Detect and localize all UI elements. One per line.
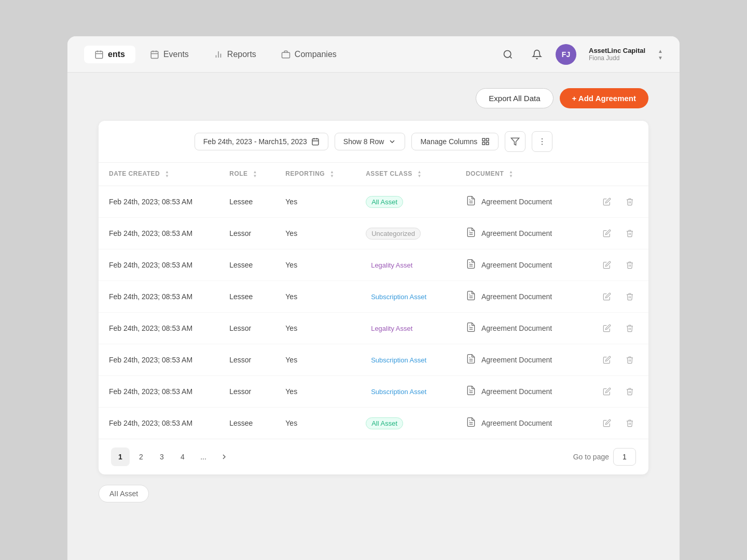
col-actions bbox=[579, 163, 648, 186]
delete-button[interactable] bbox=[621, 320, 638, 337]
goto-page: Go to page bbox=[573, 448, 636, 466]
nav-tab-companies-label: Companies bbox=[295, 50, 337, 59]
sort-icon-asset: ▲▼ bbox=[418, 170, 422, 178]
cell-role: Lessee bbox=[219, 281, 275, 313]
table-row: Feb 24th, 2023; 08:53 AM Lessee Yes Lega… bbox=[99, 249, 648, 281]
nav-tab-events[interactable]: Events bbox=[140, 46, 199, 63]
document-icon bbox=[466, 417, 476, 430]
nav-tab-ents-label: ents bbox=[108, 50, 125, 59]
document-icon bbox=[466, 322, 476, 335]
cell-actions bbox=[579, 281, 648, 313]
cell-role: Lessor bbox=[219, 344, 275, 376]
cell-document: Agreement Document bbox=[455, 281, 579, 313]
table-header: DATE CREATED ▲▼ ROLE ▲▼ REPORTING ▲▼ A bbox=[99, 163, 648, 186]
cell-role: Lessee bbox=[219, 186, 275, 218]
date-range-filter[interactable]: Feb 24th, 2023 - March15, 2023 bbox=[195, 133, 328, 150]
col-role[interactable]: ROLE ▲▼ bbox=[219, 163, 275, 186]
svg-rect-0 bbox=[95, 51, 103, 59]
col-document[interactable]: DOCUMENT ▲▼ bbox=[455, 163, 579, 186]
search-button[interactable] bbox=[497, 44, 518, 65]
cell-reporting: Yes bbox=[275, 344, 355, 376]
delete-button[interactable] bbox=[621, 415, 638, 431]
cell-document: Agreement Document bbox=[455, 376, 579, 408]
col-date-created[interactable]: DATE CREATED ▲▼ bbox=[99, 163, 219, 186]
notification-button[interactable] bbox=[527, 44, 547, 65]
cell-document: Agreement Document bbox=[455, 313, 579, 344]
delete-button[interactable] bbox=[621, 193, 638, 210]
cell-document: Agreement Document bbox=[455, 344, 579, 376]
cell-actions bbox=[579, 313, 648, 344]
col-reporting[interactable]: REPORTING ▲▼ bbox=[275, 163, 355, 186]
document-label: Agreement Document bbox=[481, 261, 552, 269]
svg-rect-20 bbox=[482, 142, 485, 145]
nav-tab-companies[interactable]: Companies bbox=[271, 46, 347, 63]
cell-reporting: Yes bbox=[275, 186, 355, 218]
edit-button[interactable] bbox=[599, 320, 615, 337]
show-rows-filter[interactable]: Show 8 Row bbox=[335, 133, 406, 150]
document-label: Agreement Document bbox=[481, 356, 552, 364]
sort-icon-document: ▲▼ bbox=[509, 170, 513, 178]
more-options-button[interactable] bbox=[532, 131, 552, 152]
delete-button[interactable] bbox=[621, 225, 638, 242]
svg-rect-19 bbox=[487, 142, 489, 145]
table-body: Feb 24th, 2023; 08:53 AM Lessee Yes All … bbox=[99, 186, 648, 439]
edit-button[interactable] bbox=[599, 225, 615, 242]
page-next-button[interactable] bbox=[215, 447, 233, 466]
cell-date: Feb 24th, 2023; 08:53 AM bbox=[99, 408, 219, 439]
delete-button[interactable] bbox=[621, 352, 638, 368]
edit-button[interactable] bbox=[599, 193, 615, 210]
cell-actions bbox=[579, 344, 648, 376]
export-button[interactable]: Export All Data bbox=[476, 88, 553, 108]
nav-tab-reports[interactable]: Reports bbox=[203, 46, 267, 63]
document-label: Agreement Document bbox=[481, 387, 552, 396]
cell-role: Lessee bbox=[219, 249, 275, 281]
page-2-button[interactable]: 2 bbox=[132, 447, 150, 466]
filter-button[interactable] bbox=[505, 131, 525, 152]
manage-columns-label: Manage Columns bbox=[420, 137, 477, 146]
delete-button[interactable] bbox=[621, 288, 638, 305]
svg-rect-4 bbox=[151, 51, 158, 59]
all-asset-tab[interactable]: AII Asset bbox=[99, 485, 149, 502]
user-name: Fiona Judd bbox=[589, 54, 645, 62]
table-row: Feb 24th, 2023; 08:53 AM Lessee Yes All … bbox=[99, 186, 648, 218]
delete-button[interactable] bbox=[621, 383, 638, 400]
goto-label: Go to page bbox=[573, 453, 609, 461]
document-icon bbox=[466, 227, 476, 240]
page-4-button[interactable]: 4 bbox=[173, 447, 192, 466]
delete-button[interactable] bbox=[621, 257, 638, 273]
asset-class-badge: Subscription Asset bbox=[366, 291, 432, 302]
date-range-label: Feb 24th, 2023 - March15, 2023 bbox=[203, 137, 307, 146]
cell-date: Feb 24th, 2023; 08:53 AM bbox=[99, 281, 219, 313]
cell-role: Lessee bbox=[219, 408, 275, 439]
table-card: Feb 24th, 2023 - March15, 2023 Show 8 Ro… bbox=[99, 121, 648, 474]
nav-tab-ents[interactable]: ents bbox=[84, 46, 135, 63]
asset-class-badge: Subscription Asset bbox=[366, 355, 432, 366]
goto-input[interactable] bbox=[613, 448, 636, 466]
cell-date: Feb 24th, 2023; 08:53 AM bbox=[99, 249, 219, 281]
show-rows-label: Show 8 Row bbox=[343, 137, 384, 146]
content-area: Export All Data + Add Agreement Feb 24th… bbox=[67, 73, 680, 518]
document-icon bbox=[466, 259, 476, 272]
edit-button[interactable] bbox=[599, 383, 615, 400]
sort-icon-date: ▲▼ bbox=[165, 170, 169, 178]
manage-columns-button[interactable]: Manage Columns bbox=[411, 133, 499, 150]
page-more-button[interactable]: ... bbox=[194, 447, 213, 466]
user-chevron: ▲ ▼ bbox=[658, 48, 663, 61]
edit-button[interactable] bbox=[599, 288, 615, 305]
edit-button[interactable] bbox=[599, 352, 615, 368]
svg-rect-18 bbox=[487, 138, 489, 141]
cell-document: Agreement Document bbox=[455, 408, 579, 439]
cell-actions bbox=[579, 249, 648, 281]
document-icon bbox=[466, 354, 476, 367]
page-3-button[interactable]: 3 bbox=[153, 447, 171, 466]
document-icon bbox=[466, 290, 476, 303]
col-asset-class[interactable]: ASSET CLASS ▲▼ bbox=[355, 163, 455, 186]
edit-button[interactable] bbox=[599, 257, 615, 273]
edit-button[interactable] bbox=[599, 415, 615, 431]
nav-tab-events-label: Events bbox=[163, 50, 189, 59]
cell-asset-class: Subscription Asset bbox=[355, 344, 455, 376]
cell-asset-class: Legality Asset bbox=[355, 249, 455, 281]
svg-marker-21 bbox=[511, 138, 519, 145]
page-1-button[interactable]: 1 bbox=[111, 447, 130, 466]
add-agreement-button[interactable]: + Add Agreement bbox=[560, 88, 649, 108]
